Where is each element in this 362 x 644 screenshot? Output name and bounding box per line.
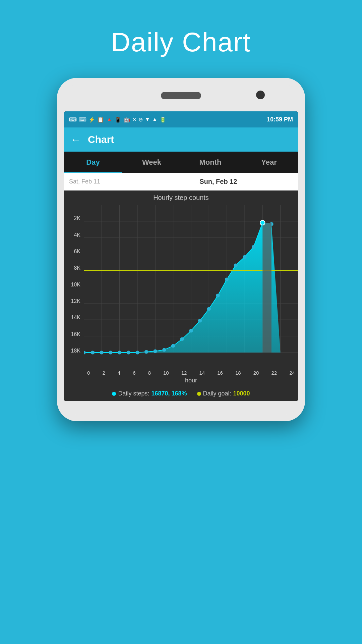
steps-dot bbox=[112, 392, 116, 396]
status-icon-5: 🔺 bbox=[106, 116, 113, 123]
svg-point-38 bbox=[207, 307, 210, 311]
status-icon-7: 🤖 bbox=[123, 116, 130, 123]
status-icons: ⌨ ⌨ ⚡ 📋 🔺 📱 🤖 ✕ ⊖ ▼ ▲ 🔋 bbox=[69, 116, 166, 123]
x-label-22: 22 bbox=[272, 370, 277, 376]
svg-point-37 bbox=[198, 319, 201, 322]
status-icon-2: ⌨ bbox=[79, 116, 86, 123]
chart-area: 18K 16K 14K 12K 10K 8K 6K 4K 2K bbox=[64, 205, 298, 367]
x-label-14: 14 bbox=[199, 370, 205, 376]
svg-rect-47 bbox=[262, 223, 272, 353]
y-label-4k: 4K bbox=[66, 232, 80, 238]
status-time: 10:59 PM bbox=[267, 116, 293, 123]
phone-frame: ⌨ ⌨ ⚡ 📋 🔺 📱 🤖 ✕ ⊖ ▼ ▲ 🔋 10:59 PM ← Chart bbox=[57, 78, 305, 421]
phone-camera bbox=[256, 91, 265, 99]
status-icon-6: 📱 bbox=[115, 116, 121, 123]
x-label-24: 24 bbox=[289, 370, 295, 376]
svg-point-31 bbox=[144, 350, 148, 354]
y-label-10k: 10K bbox=[66, 282, 80, 288]
tab-bar: Day Week Month Year bbox=[64, 152, 298, 173]
x-axis-labels: 0 2 4 6 8 10 12 14 16 18 20 22 24 bbox=[84, 370, 298, 376]
svg-point-43 bbox=[252, 245, 255, 249]
phone-top bbox=[64, 85, 298, 111]
y-label-12k: 12K bbox=[66, 298, 80, 304]
x-label-8: 8 bbox=[148, 370, 151, 376]
chart-svg bbox=[84, 205, 298, 366]
status-icon-1: ⌨ bbox=[69, 116, 77, 123]
svg-point-29 bbox=[127, 351, 130, 354]
x-axis-title: hour bbox=[84, 377, 298, 384]
svg-point-39 bbox=[216, 294, 220, 297]
x-label-4: 4 bbox=[118, 370, 120, 376]
tab-year[interactable]: Year bbox=[240, 152, 298, 173]
status-icon-battery: 🔋 bbox=[160, 116, 166, 123]
y-label-8k: 8K bbox=[66, 265, 80, 271]
status-icon-signal: ▲ bbox=[152, 116, 158, 122]
status-bar: ⌨ ⌨ ⚡ 📋 🔺 📱 🤖 ✕ ⊖ ▼ ▲ 🔋 10:59 PM bbox=[64, 111, 298, 127]
x-label-10: 10 bbox=[163, 370, 169, 376]
svg-point-26 bbox=[100, 351, 103, 354]
svg-point-48 bbox=[260, 220, 265, 225]
x-label-6: 6 bbox=[133, 370, 135, 376]
svg-point-25 bbox=[91, 351, 94, 354]
phone-screen: ⌨ ⌨ ⚡ 📋 🔺 📱 🤖 ✕ ⊖ ▼ ▲ 🔋 10:59 PM ← Chart bbox=[64, 111, 298, 401]
date-current: Sun, Feb 12 bbox=[144, 178, 293, 185]
svg-point-33 bbox=[163, 348, 166, 352]
svg-point-32 bbox=[154, 350, 157, 353]
chart-x-axis: 0 2 4 6 8 10 12 14 16 18 20 22 24 hour bbox=[64, 367, 298, 386]
x-label-2: 2 bbox=[102, 370, 105, 376]
svg-point-41 bbox=[234, 264, 237, 267]
chart-title: Hourly step counts bbox=[64, 194, 298, 202]
phone-speaker bbox=[161, 92, 201, 99]
y-axis: 18K 16K 14K 12K 10K 8K 6K 4K 2K bbox=[64, 205, 84, 367]
svg-point-28 bbox=[118, 351, 121, 354]
stats-footer: Daily steps: 16870, 168% Daily goal: 100… bbox=[64, 386, 298, 401]
steps-stat: Daily steps: 16870, 168% bbox=[112, 390, 187, 397]
date-prev[interactable]: Sat, Feb 11 bbox=[69, 178, 144, 185]
y-label-14k: 14K bbox=[66, 315, 80, 321]
x-label-12: 12 bbox=[181, 370, 187, 376]
steps-value: 16870, 168% bbox=[151, 390, 187, 397]
goal-label: Daily goal: bbox=[203, 390, 231, 397]
steps-label: Daily steps: bbox=[118, 390, 149, 397]
svg-point-27 bbox=[109, 351, 112, 354]
chart-svg-wrapper bbox=[84, 205, 298, 367]
status-icon-8: ✕ bbox=[132, 116, 136, 123]
svg-point-40 bbox=[225, 278, 228, 281]
x-label-18: 18 bbox=[235, 370, 241, 376]
y-label-2k: 2K bbox=[66, 215, 80, 221]
y-label-6k: 6K bbox=[66, 249, 80, 255]
svg-point-35 bbox=[180, 337, 184, 341]
tab-day[interactable]: Day bbox=[64, 152, 122, 173]
status-icon-3: ⚡ bbox=[88, 116, 95, 123]
goal-value: 10000 bbox=[233, 390, 250, 397]
back-button[interactable]: ← bbox=[70, 133, 81, 146]
x-label-0: 0 bbox=[87, 370, 90, 376]
x-label-16: 16 bbox=[217, 370, 223, 376]
x-label-20: 20 bbox=[253, 370, 259, 376]
status-icon-4: 📋 bbox=[97, 116, 104, 123]
svg-point-42 bbox=[243, 255, 246, 259]
tab-month[interactable]: Month bbox=[181, 152, 240, 173]
svg-point-24 bbox=[84, 351, 85, 354]
y-label-16k: 16K bbox=[66, 331, 80, 337]
y-label-18k: 18K bbox=[66, 348, 80, 354]
phone-bottom bbox=[64, 401, 298, 415]
app-bar-title: Chart bbox=[88, 134, 114, 145]
app-bar: ← Chart bbox=[64, 127, 298, 152]
status-icon-9: ⊖ bbox=[138, 116, 143, 123]
date-nav: Sat, Feb 11 Sun, Feb 12 bbox=[64, 173, 298, 191]
tab-week[interactable]: Week bbox=[122, 152, 181, 173]
chart-container: Hourly step counts 18K 16K 14K 12K 10K 8… bbox=[64, 191, 298, 401]
goal-stat: Daily goal: 10000 bbox=[197, 390, 250, 397]
status-icon-wifi: ▼ bbox=[145, 116, 150, 122]
page-title: Daily Chart bbox=[111, 27, 251, 58]
svg-point-34 bbox=[171, 344, 175, 347]
svg-point-30 bbox=[136, 351, 139, 354]
goal-dot bbox=[197, 392, 201, 396]
svg-point-36 bbox=[189, 329, 193, 332]
